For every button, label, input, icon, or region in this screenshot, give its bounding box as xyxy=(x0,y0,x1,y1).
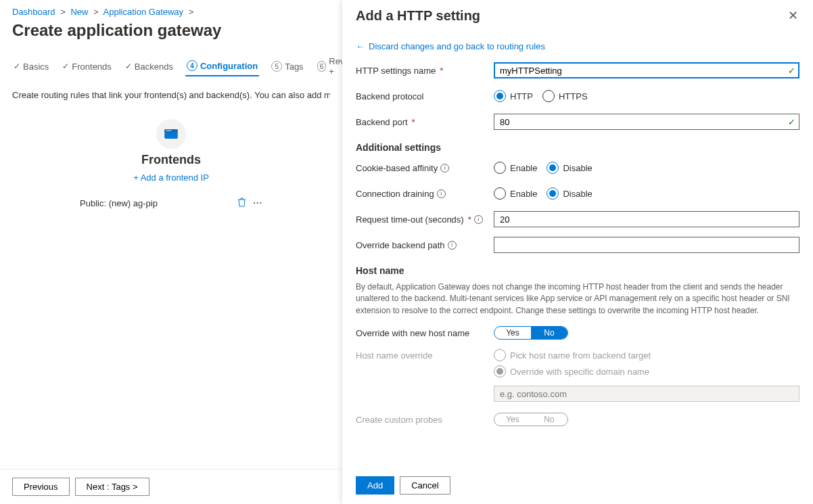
toggle-yes: Yes xyxy=(494,413,531,426)
host-override-specific-radio: Override with specific domain name xyxy=(494,365,651,377)
toggle-no: No xyxy=(531,413,567,426)
check-icon: ✓ xyxy=(125,62,132,71)
override-host-toggle[interactable]: Yes No xyxy=(494,326,568,340)
drain-disable-radio[interactable]: Disable xyxy=(547,187,592,200)
arrow-left-icon: ← xyxy=(356,41,365,51)
step-number-icon: 4 xyxy=(187,60,198,71)
radio-label: Override with specific domain name xyxy=(510,367,649,377)
valid-check-icon: ✓ xyxy=(788,66,795,76)
override-backend-path-input[interactable] xyxy=(494,237,799,253)
valid-check-icon: ✓ xyxy=(788,117,795,127)
label-cookie-affinity: Cookie-based affinity xyxy=(356,163,438,173)
label-override-new-host: Override with new host name xyxy=(356,328,469,338)
previous-button[interactable]: Previous xyxy=(12,478,70,496)
label-connection-draining: Connection draining xyxy=(356,189,434,199)
host-pick-backend-radio: Pick host name from backend target xyxy=(494,349,651,361)
required-icon: * xyxy=(468,214,471,225)
step-number-icon: 6 xyxy=(317,61,327,72)
tab-label: Backends xyxy=(135,62,173,72)
tab-configuration[interactable]: 4 Configuration xyxy=(185,56,259,76)
custom-probes-toggle: Yes No xyxy=(494,413,568,426)
tab-label: Tags xyxy=(285,62,303,72)
breadcrumb-sep: > xyxy=(93,7,99,17)
tab-frontends[interactable]: ✓ Frontends xyxy=(61,58,113,76)
label-host-name-override: Host name override xyxy=(356,350,432,361)
host-name-description: By default, Application Gateway does not… xyxy=(356,281,799,317)
breadcrumb-new[interactable]: New xyxy=(70,7,88,17)
protocol-http-radio[interactable]: HTTP xyxy=(494,90,533,102)
page-title: Create application gateway xyxy=(12,21,330,40)
check-icon: ✓ xyxy=(14,62,20,71)
tab-tags[interactable]: 5 Tags xyxy=(270,57,304,76)
required-icon: * xyxy=(412,117,415,127)
delete-icon[interactable] xyxy=(237,198,246,209)
breadcrumb-appgw[interactable]: Application Gateway xyxy=(103,7,184,17)
request-timeout-input[interactable] xyxy=(494,211,799,227)
svg-point-2 xyxy=(166,130,168,131)
helper-text: Create routing rules that link your fron… xyxy=(12,90,330,100)
label-backend-port: Backend port xyxy=(356,117,408,127)
cookie-enable-radio[interactable]: Enable xyxy=(494,162,537,174)
label-http-settings-name: HTTP settings name xyxy=(356,66,436,76)
drain-enable-radio[interactable]: Enable xyxy=(494,187,537,200)
frontends-title: Frontends xyxy=(73,153,269,167)
blade-footer: Add Cancel xyxy=(342,468,813,504)
breadcrumb-sep: > xyxy=(189,7,194,17)
toggle-yes[interactable]: Yes xyxy=(494,327,531,339)
cancel-button[interactable]: Cancel xyxy=(400,476,450,495)
section-host-name: Host name xyxy=(356,265,799,276)
cookie-disable-radio[interactable]: Disable xyxy=(547,162,592,174)
frontends-icon xyxy=(156,119,186,149)
radio-label: Disable xyxy=(563,163,592,173)
more-icon[interactable]: ··· xyxy=(253,198,262,209)
radio-label: Enable xyxy=(510,189,537,199)
label-create-custom-probes: Create custom probes xyxy=(356,415,442,425)
breadcrumb-sep: > xyxy=(60,7,66,17)
radio-label: Pick host name from backend target xyxy=(510,350,651,361)
add-button[interactable]: Add xyxy=(356,476,394,495)
tab-label: Basics xyxy=(23,62,49,72)
add-frontend-ip-link[interactable]: + Add a frontend IP xyxy=(73,173,269,183)
label-override-backend-path: Override backend path xyxy=(356,240,445,250)
radio-label: Disable xyxy=(563,189,592,199)
breadcrumb-dashboard[interactable]: Dashboard xyxy=(12,7,55,17)
host-name-input xyxy=(494,386,799,402)
radio-label: HTTP xyxy=(510,91,533,101)
section-additional-settings: Additional settings xyxy=(356,142,799,153)
http-settings-name-input[interactable] xyxy=(494,62,799,78)
next-button[interactable]: Next : Tags > xyxy=(75,478,149,496)
radio-label: HTTPS xyxy=(559,91,588,101)
frontends-card: Frontends + Add a frontend IP Public: (n… xyxy=(73,119,269,214)
svg-point-3 xyxy=(168,130,170,131)
add-http-setting-blade: Add a HTTP setting ✕ ← Discard changes a… xyxy=(342,0,813,504)
protocol-https-radio[interactable]: HTTPS xyxy=(542,90,588,102)
tab-label: Frontends xyxy=(72,62,112,72)
tab-label: Configuration xyxy=(200,61,258,71)
frontend-row: Public: (new) ag-pip ··· xyxy=(73,192,269,214)
radio-label: Enable xyxy=(510,163,537,173)
close-icon[interactable]: ✕ xyxy=(787,8,799,23)
info-icon[interactable]: i xyxy=(437,189,446,198)
label-backend-protocol: Backend protocol xyxy=(356,91,423,101)
tab-basics[interactable]: ✓ Basics xyxy=(12,58,50,76)
info-icon[interactable]: i xyxy=(448,241,457,250)
required-icon: * xyxy=(440,66,443,76)
discard-back-link[interactable]: Discard changes and go back to routing r… xyxy=(369,41,545,51)
label-request-timeout: Request time-out (seconds) xyxy=(356,214,464,225)
info-icon[interactable]: i xyxy=(440,164,449,173)
wizard-footer: Previous Next : Tags > xyxy=(0,469,342,504)
check-icon: ✓ xyxy=(62,62,69,71)
wizard-tabs: ✓ Basics ✓ Frontends ✓ Backends 4 Config… xyxy=(12,52,330,81)
blade-title: Add a HTTP setting xyxy=(356,8,480,24)
info-icon[interactable]: i xyxy=(474,215,483,224)
svg-point-4 xyxy=(170,130,171,131)
frontend-label: Public: (new) ag-pip xyxy=(80,198,158,208)
step-number-icon: 5 xyxy=(271,61,282,72)
tab-backends[interactable]: ✓ Backends xyxy=(124,58,175,76)
toggle-no[interactable]: No xyxy=(531,327,567,339)
breadcrumb: Dashboard > New > Application Gateway > xyxy=(12,7,330,17)
backend-port-input[interactable] xyxy=(494,114,799,130)
